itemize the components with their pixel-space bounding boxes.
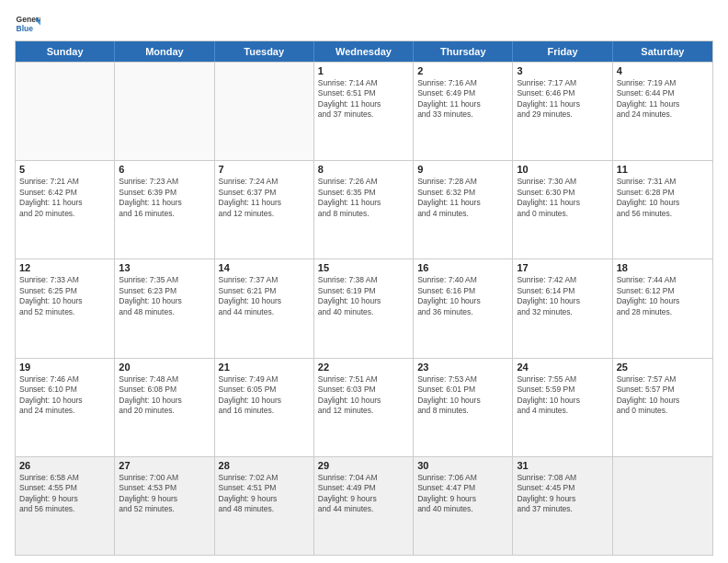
calendar-cell: 28Sunrise: 7:02 AM Sunset: 4:51 PM Dayli… xyxy=(215,457,314,555)
day-info: Sunrise: 7:48 AM Sunset: 6:08 PM Dayligh… xyxy=(119,374,210,417)
calendar-cell: 17Sunrise: 7:42 AM Sunset: 6:14 PM Dayli… xyxy=(513,259,612,357)
day-info: Sunrise: 7:33 AM Sunset: 6:25 PM Dayligh… xyxy=(19,275,110,317)
calendar-header-cell: Friday xyxy=(513,41,612,62)
page: General Blue SundayMondayTuesdayWednesda… xyxy=(0,0,728,563)
day-info: Sunrise: 7:02 AM Sunset: 4:51 PM Dayligh… xyxy=(219,473,310,515)
day-info: Sunrise: 7:04 AM Sunset: 4:49 PM Dayligh… xyxy=(318,473,409,515)
day-info: Sunrise: 7:14 AM Sunset: 6:51 PM Dayligh… xyxy=(318,78,409,121)
day-number: 10 xyxy=(517,164,608,175)
day-info: Sunrise: 7:00 AM Sunset: 4:53 PM Dayligh… xyxy=(119,473,210,515)
logo-icon: General Blue xyxy=(15,11,40,37)
calendar-header-cell: Wednesday xyxy=(314,41,414,62)
calendar-cell: 9Sunrise: 7:28 AM Sunset: 6:32 PM Daylig… xyxy=(414,161,513,259)
calendar-cell: 31Sunrise: 7:08 AM Sunset: 4:45 PM Dayli… xyxy=(513,457,612,555)
day-info: Sunrise: 7:24 AM Sunset: 6:37 PM Dayligh… xyxy=(219,177,310,219)
day-info: Sunrise: 7:26 AM Sunset: 6:35 PM Dayligh… xyxy=(318,177,409,219)
day-number: 14 xyxy=(219,262,310,273)
calendar-cell: 24Sunrise: 7:55 AM Sunset: 5:59 PM Dayli… xyxy=(513,359,612,456)
calendar-cell: 16Sunrise: 7:40 AM Sunset: 6:16 PM Dayli… xyxy=(414,259,513,357)
calendar-cell: 2Sunrise: 7:16 AM Sunset: 6:49 PM Daylig… xyxy=(414,63,513,160)
day-number: 2 xyxy=(417,65,508,76)
calendar-row: 1Sunrise: 7:14 AM Sunset: 6:51 PM Daylig… xyxy=(16,62,712,160)
day-info: Sunrise: 7:57 AM Sunset: 5:57 PM Dayligh… xyxy=(617,374,709,417)
svg-text:Blue: Blue xyxy=(17,24,34,33)
day-info: Sunrise: 6:58 AM Sunset: 4:55 PM Dayligh… xyxy=(19,473,110,515)
day-number: 13 xyxy=(119,262,210,273)
day-number: 3 xyxy=(517,65,608,76)
calendar-header-cell: Thursday xyxy=(414,41,513,62)
calendar-cell: 30Sunrise: 7:06 AM Sunset: 4:47 PM Dayli… xyxy=(414,457,513,555)
logo: General Blue xyxy=(15,11,40,37)
day-number: 21 xyxy=(219,362,310,373)
day-number: 23 xyxy=(417,362,508,373)
calendar-cell: 20Sunrise: 7:48 AM Sunset: 6:08 PM Dayli… xyxy=(115,359,214,456)
calendar-header-cell: Monday xyxy=(115,41,214,62)
day-info: Sunrise: 7:51 AM Sunset: 6:03 PM Dayligh… xyxy=(318,374,409,417)
day-number: 27 xyxy=(119,460,210,471)
day-info: Sunrise: 7:21 AM Sunset: 6:42 PM Dayligh… xyxy=(19,177,110,219)
calendar-header-cell: Sunday xyxy=(16,41,115,62)
day-info: Sunrise: 7:40 AM Sunset: 6:16 PM Dayligh… xyxy=(417,275,508,317)
day-info: Sunrise: 7:46 AM Sunset: 6:10 PM Dayligh… xyxy=(19,374,110,417)
calendar-row: 12Sunrise: 7:33 AM Sunset: 6:25 PM Dayli… xyxy=(16,259,712,357)
day-number: 11 xyxy=(617,164,709,175)
day-number: 9 xyxy=(417,164,508,175)
calendar-header-row: SundayMondayTuesdayWednesdayThursdayFrid… xyxy=(16,41,712,62)
calendar-cell: 26Sunrise: 6:58 AM Sunset: 4:55 PM Dayli… xyxy=(16,457,115,555)
calendar-header-cell: Saturday xyxy=(613,41,712,62)
day-info: Sunrise: 7:23 AM Sunset: 6:39 PM Dayligh… xyxy=(119,177,210,219)
day-info: Sunrise: 7:19 AM Sunset: 6:44 PM Dayligh… xyxy=(617,78,709,121)
calendar-cell: 14Sunrise: 7:37 AM Sunset: 6:21 PM Dayli… xyxy=(215,259,314,357)
calendar-cell: 27Sunrise: 7:00 AM Sunset: 4:53 PM Dayli… xyxy=(115,457,214,555)
calendar-cell: 3Sunrise: 7:17 AM Sunset: 6:46 PM Daylig… xyxy=(513,63,612,160)
day-number: 26 xyxy=(19,460,110,471)
calendar-header-cell: Tuesday xyxy=(215,41,314,62)
calendar-cell xyxy=(115,63,214,160)
calendar-cell: 12Sunrise: 7:33 AM Sunset: 6:25 PM Dayli… xyxy=(16,259,115,357)
day-info: Sunrise: 7:17 AM Sunset: 6:46 PM Dayligh… xyxy=(517,78,608,121)
calendar: SundayMondayTuesdayWednesdayThursdayFrid… xyxy=(15,40,713,556)
header: General Blue xyxy=(15,11,713,37)
day-number: 1 xyxy=(318,65,409,76)
day-number: 29 xyxy=(318,460,409,471)
day-number: 31 xyxy=(517,460,608,471)
day-number: 18 xyxy=(617,262,709,273)
day-number: 12 xyxy=(19,262,110,273)
calendar-cell: 8Sunrise: 7:26 AM Sunset: 6:35 PM Daylig… xyxy=(314,161,414,259)
day-info: Sunrise: 7:16 AM Sunset: 6:49 PM Dayligh… xyxy=(417,78,508,121)
calendar-cell: 19Sunrise: 7:46 AM Sunset: 6:10 PM Dayli… xyxy=(16,359,115,456)
calendar-row: 26Sunrise: 6:58 AM Sunset: 4:55 PM Dayli… xyxy=(16,456,712,555)
calendar-cell: 13Sunrise: 7:35 AM Sunset: 6:23 PM Dayli… xyxy=(115,259,214,357)
day-number: 15 xyxy=(318,262,409,273)
calendar-cell: 23Sunrise: 7:53 AM Sunset: 6:01 PM Dayli… xyxy=(414,359,513,456)
day-number: 8 xyxy=(318,164,409,175)
day-info: Sunrise: 7:31 AM Sunset: 6:28 PM Dayligh… xyxy=(617,177,709,219)
calendar-cell: 18Sunrise: 7:44 AM Sunset: 6:12 PM Dayli… xyxy=(613,259,712,357)
calendar-row: 19Sunrise: 7:46 AM Sunset: 6:10 PM Dayli… xyxy=(16,358,712,456)
calendar-row: 5Sunrise: 7:21 AM Sunset: 6:42 PM Daylig… xyxy=(16,160,712,259)
day-info: Sunrise: 7:06 AM Sunset: 4:47 PM Dayligh… xyxy=(417,473,508,515)
calendar-cell: 22Sunrise: 7:51 AM Sunset: 6:03 PM Dayli… xyxy=(314,359,414,456)
calendar-cell: 7Sunrise: 7:24 AM Sunset: 6:37 PM Daylig… xyxy=(215,161,314,259)
calendar-cell: 1Sunrise: 7:14 AM Sunset: 6:51 PM Daylig… xyxy=(314,63,414,160)
day-number: 4 xyxy=(617,65,709,76)
day-number: 30 xyxy=(417,460,508,471)
day-info: Sunrise: 7:53 AM Sunset: 6:01 PM Dayligh… xyxy=(417,374,508,417)
day-info: Sunrise: 7:42 AM Sunset: 6:14 PM Dayligh… xyxy=(517,275,608,317)
calendar-cell: 6Sunrise: 7:23 AM Sunset: 6:39 PM Daylig… xyxy=(115,161,214,259)
day-info: Sunrise: 7:44 AM Sunset: 6:12 PM Dayligh… xyxy=(617,275,709,317)
day-number: 20 xyxy=(119,362,210,373)
day-info: Sunrise: 7:38 AM Sunset: 6:19 PM Dayligh… xyxy=(318,275,409,317)
day-info: Sunrise: 7:49 AM Sunset: 6:05 PM Dayligh… xyxy=(219,374,310,417)
calendar-body: 1Sunrise: 7:14 AM Sunset: 6:51 PM Daylig… xyxy=(16,62,712,555)
day-number: 16 xyxy=(417,262,508,273)
day-number: 6 xyxy=(119,164,210,175)
calendar-cell xyxy=(16,63,115,160)
day-number: 25 xyxy=(617,362,709,373)
day-info: Sunrise: 7:37 AM Sunset: 6:21 PM Dayligh… xyxy=(219,275,310,317)
calendar-cell: 11Sunrise: 7:31 AM Sunset: 6:28 PM Dayli… xyxy=(613,161,712,259)
day-number: 17 xyxy=(517,262,608,273)
day-number: 28 xyxy=(219,460,310,471)
calendar-cell xyxy=(215,63,314,160)
calendar-cell: 15Sunrise: 7:38 AM Sunset: 6:19 PM Dayli… xyxy=(314,259,414,357)
